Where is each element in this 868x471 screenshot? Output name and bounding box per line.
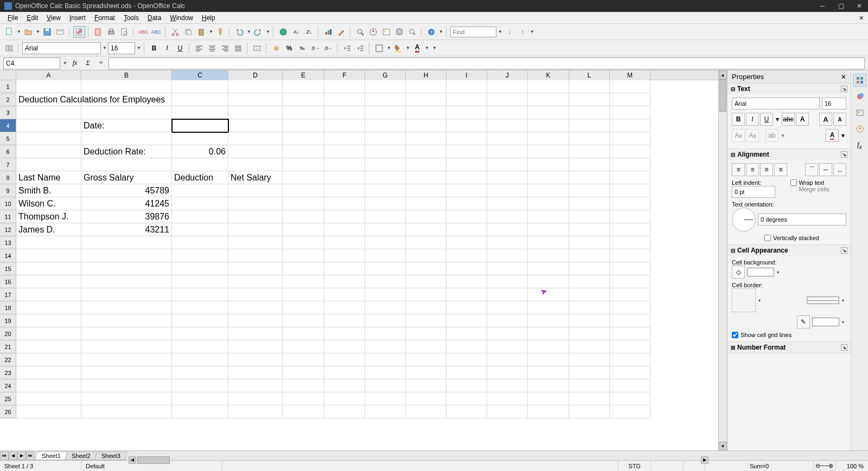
cell-G13[interactable] [365, 236, 406, 249]
align-left-button[interactable]: ≡ [732, 163, 745, 176]
cell-D22[interactable] [228, 353, 283, 366]
cell-G24[interactable] [365, 379, 406, 392]
border-style-combo[interactable] [807, 296, 839, 304]
cell-F22[interactable] [324, 353, 365, 366]
cell-C21[interactable] [172, 340, 228, 353]
cell-F13[interactable] [324, 236, 365, 249]
cell-F23[interactable] [324, 366, 365, 379]
cell-M1[interactable] [610, 80, 650, 93]
cell-G6[interactable] [365, 145, 406, 158]
cell-G8[interactable] [365, 171, 406, 184]
cell-F10[interactable] [324, 197, 365, 210]
text-section-header[interactable]: ⊟ Text ↘ [727, 83, 851, 94]
col-header-J[interactable]: J [487, 70, 528, 80]
doc-close-button[interactable]: × [859, 14, 864, 22]
cell-F24[interactable] [324, 379, 365, 392]
cell-I15[interactable] [446, 262, 487, 275]
cell-E19[interactable] [283, 314, 324, 327]
cell-K16[interactable] [528, 275, 569, 288]
maximize-button[interactable]: ▢ [837, 2, 845, 10]
cell-K20[interactable] [528, 327, 569, 340]
cell-H2[interactable] [406, 93, 446, 106]
cell-I10[interactable] [446, 197, 487, 210]
cell-A21[interactable] [16, 340, 81, 353]
cell-K5[interactable] [528, 132, 569, 145]
cell-G18[interactable] [365, 301, 406, 314]
navigator-tab[interactable] [853, 122, 866, 136]
cell-K25[interactable] [528, 392, 569, 405]
cell-E4[interactable] [283, 119, 324, 132]
dropdown-icon[interactable]: ▾ [840, 129, 846, 142]
font-color-button[interactable]: A [411, 42, 423, 54]
cell-M15[interactable] [610, 262, 650, 275]
cell-J20[interactable] [487, 327, 528, 340]
wrap-text-checkbox[interactable]: Wrap text [790, 179, 847, 186]
cell-K9[interactable] [528, 184, 569, 197]
cell-C12[interactable] [172, 223, 228, 236]
show-draw-functions-button[interactable] [335, 26, 347, 38]
cell-H16[interactable] [406, 275, 446, 288]
cell-M9[interactable] [610, 184, 650, 197]
cell-B1[interactable] [81, 80, 172, 93]
cell-H24[interactable] [406, 379, 446, 392]
cell-H13[interactable] [406, 236, 446, 249]
cell-I20[interactable] [446, 327, 487, 340]
cell-I21[interactable] [446, 340, 487, 353]
cell-F16[interactable] [324, 275, 365, 288]
export-pdf-button[interactable] [92, 26, 104, 38]
delete-decimal-button[interactable]: .0← [322, 42, 334, 54]
cell-H20[interactable] [406, 327, 446, 340]
cell-D17[interactable] [228, 288, 283, 301]
dropdown-icon[interactable]: ▼ [247, 29, 251, 34]
cell-C8[interactable]: Deduction [172, 171, 228, 184]
cell-H26[interactable] [406, 405, 446, 418]
spellcheck-button[interactable]: ABC [137, 26, 149, 38]
number-format-section-header[interactable]: ⊞ Number Format ↘ [727, 342, 851, 353]
row-header-19[interactable]: 19 [0, 314, 16, 327]
cut-button[interactable] [169, 26, 181, 38]
cell-B4[interactable]: Date: [81, 119, 172, 132]
cell-D23[interactable] [228, 366, 283, 379]
undo-button[interactable] [233, 26, 245, 38]
cell-G22[interactable] [365, 353, 406, 366]
open-button[interactable] [22, 26, 34, 38]
cell-B9[interactable]: 45789 [81, 184, 172, 197]
align-right-button[interactable]: ≡ [760, 163, 773, 176]
cell-G12[interactable] [365, 223, 406, 236]
cell-K7[interactable] [528, 158, 569, 171]
new-doc-button[interactable] [3, 26, 15, 38]
cell-J16[interactable] [487, 275, 528, 288]
sheet-tab-sheet3[interactable]: Sheet3 [94, 451, 127, 460]
cell-K24[interactable] [528, 379, 569, 392]
cell-D16[interactable] [228, 275, 283, 288]
col-header-I[interactable]: I [446, 70, 487, 80]
cell-D6[interactable] [228, 145, 283, 158]
cell-E10[interactable] [283, 197, 324, 210]
row-header-5[interactable]: 5 [0, 132, 16, 145]
cell-B23[interactable] [81, 366, 172, 379]
data-sources-button[interactable] [393, 26, 405, 38]
cell-G14[interactable] [365, 249, 406, 262]
cell-B8[interactable]: Gross Salary [81, 171, 172, 184]
dropdown-icon[interactable]: ▾ [758, 298, 763, 303]
superscript-button[interactable]: Aa [732, 129, 745, 142]
cell-B11[interactable]: 39876 [81, 210, 172, 223]
scroll-down-button[interactable]: ▼ [719, 442, 727, 450]
cell-D9[interactable] [228, 184, 283, 197]
cell-appearance-section-header[interactable]: ⊟ Cell Appearance ↘ [727, 245, 851, 256]
cell-M3[interactable] [610, 106, 650, 119]
cell-J1[interactable] [487, 80, 528, 93]
row-header-13[interactable]: 13 [0, 236, 16, 249]
cell-K13[interactable] [528, 236, 569, 249]
zoom-slider-icon[interactable]: ⊖──⊕ [814, 461, 835, 471]
left-indent-input[interactable] [732, 186, 775, 198]
cell-E13[interactable] [283, 236, 324, 249]
cell-K17[interactable] [528, 288, 569, 301]
cell-I2[interactable] [446, 93, 487, 106]
font-name-combo[interactable] [22, 42, 101, 54]
cell-K22[interactable] [528, 353, 569, 366]
cell-C22[interactable] [172, 353, 228, 366]
row-header-24[interactable]: 24 [0, 379, 16, 392]
dropdown-icon[interactable]: ▼ [498, 29, 502, 34]
row-header-17[interactable]: 17 [0, 288, 16, 301]
